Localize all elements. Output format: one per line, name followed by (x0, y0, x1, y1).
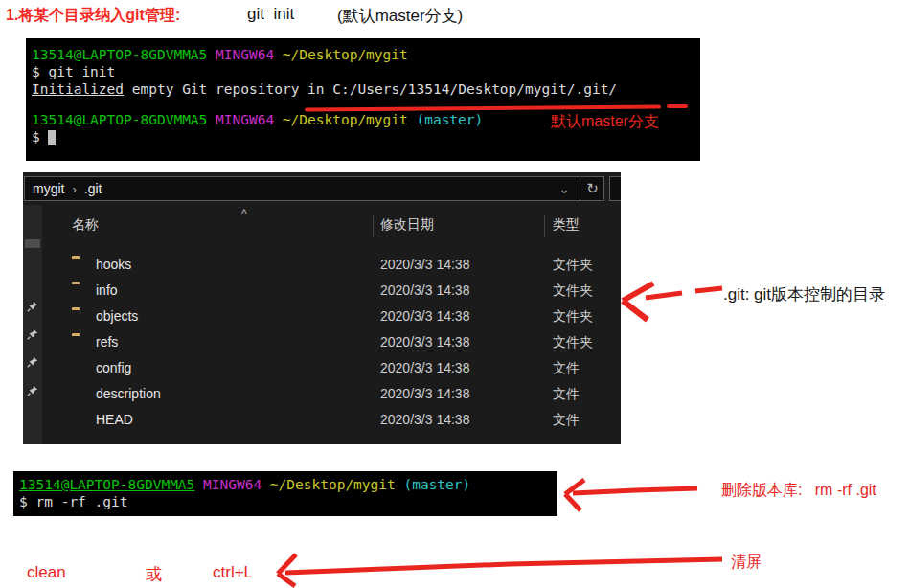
file-type: 文件 (553, 386, 580, 403)
file-type: 文件夹 (553, 334, 593, 351)
terminal-prompt-line: 13514@LAPTOP-8GDVMMA5MINGW64~/Desktop/my… (19, 476, 557, 493)
breadcrumb[interactable]: mygit › .git (25, 181, 558, 196)
annotation-clear-screen: 清屏 (731, 553, 762, 573)
file-name: HEAD (96, 412, 133, 427)
file-row-head[interactable]: HEAD 2020/3/3 14:38 文件 (42, 408, 621, 434)
file-name: config (96, 360, 131, 375)
file-icon (72, 388, 75, 405)
sort-caret-icon: ^ (241, 207, 247, 220)
file-date: 2020/3/3 14:38 (380, 386, 469, 401)
search-box-partial[interactable] (609, 176, 621, 201)
column-divider[interactable] (544, 215, 545, 237)
prompt-branch: (master) (403, 477, 470, 492)
red-arrow-left-icon (270, 548, 728, 588)
output-rest: empty Git repository in C:/Users/13514/D… (124, 81, 617, 97)
terminal-command-line: $ git init (32, 63, 700, 80)
file-icon (72, 362, 75, 379)
prompt-env: MINGW64 (203, 477, 262, 492)
red-arrow-left-icon (613, 276, 730, 324)
file-name: info (96, 283, 118, 298)
breadcrumb-segment-mygit[interactable]: mygit (33, 181, 64, 196)
column-header-name[interactable]: 名称 (72, 216, 99, 234)
annotation-clean: clean (27, 563, 66, 582)
prompt-char: $ (32, 129, 40, 145)
pin-icon[interactable] (27, 301, 38, 312)
breadcrumb-chevron-icon: › (72, 182, 76, 196)
quick-access-rail (23, 205, 42, 444)
prompt-user: 13514@LAPTOP-8GDVMMA5 (32, 112, 207, 127)
pin-icon[interactable] (27, 328, 38, 340)
scrollbar-thumb[interactable] (25, 239, 40, 248)
column-header-type[interactable]: 类型 (553, 216, 580, 234)
breadcrumb-segment-git[interactable]: .git (84, 181, 102, 196)
refresh-icon[interactable]: ↻ (580, 176, 604, 201)
file-name: refs (96, 334, 118, 350)
file-row-config[interactable]: config 2020/3/3 14:38 文件 (42, 356, 621, 382)
file-row-hooks[interactable]: hooks 2020/3/3 14:38 文件夹 (42, 253, 621, 279)
file-name: description (96, 386, 161, 401)
terminal-command-line: $ rm -rf .git (19, 493, 557, 510)
title-command: git init (247, 5, 294, 24)
annotation-default-master: 默认master分支 (551, 113, 659, 130)
annotation-delete-repo: 删除版本库: rm -rf .git (721, 481, 876, 501)
pin-icon[interactable] (27, 385, 38, 396)
annotation-ctrl-l: ctrl+L (213, 563, 253, 582)
file-row-info[interactable]: info 2020/3/3 14:38 文件夹 (42, 279, 621, 305)
prompt-user: 13514@LAPTOP-8GDVMMA5 (19, 477, 194, 492)
prompt-branch: (master) (416, 112, 483, 127)
file-date: 2020/3/3 14:38 (380, 283, 469, 298)
file-row-objects[interactable]: objects 2020/3/3 14:38 文件夹 (42, 305, 621, 330)
file-date: 2020/3/3 14:38 (380, 308, 469, 324)
file-type: 文件夹 (553, 308, 593, 326)
annotation-or: 或 (146, 563, 162, 585)
file-date: 2020/3/3 14:38 (380, 334, 469, 350)
prompt-env: MINGW64 (216, 112, 274, 127)
address-dropdown-icon[interactable]: ⌄ (558, 181, 570, 196)
pin-icon[interactable] (27, 356, 38, 368)
file-type: 文件 (553, 360, 580, 377)
git-bash-terminal-init[interactable]: 13514@LAPTOP-8GDVMMA5MINGW64~/Desktop/my… (26, 38, 700, 161)
file-row-description[interactable]: description 2020/3/3 14:38 文件 (42, 382, 621, 408)
git-bash-terminal-remove[interactable]: 13514@LAPTOP-8GDVMMA5MINGW64~/Desktop/my… (13, 471, 557, 516)
file-type: 文件夹 (553, 257, 593, 274)
prompt-path: ~/Desktop/mygit (270, 477, 396, 492)
prompt-path: ~/Desktop/mygit (283, 112, 408, 127)
file-icon (72, 414, 75, 431)
title-note: (默认master分支) (337, 5, 463, 27)
red-underline-mark-end (667, 104, 688, 108)
terminal-prompt-line: 13514@LAPTOP-8GDVMMA5MINGW64~/Desktop/my… (32, 46, 700, 63)
file-date: 2020/3/3 14:38 (380, 257, 469, 272)
address-bar[interactable]: mygit › .git ⌄ ↻ (24, 176, 604, 201)
terminal-output-line: Initialized empty Git repository in C:/U… (32, 80, 700, 98)
annotation-git-dir: .git: git版本控制的目录 (723, 283, 885, 305)
page: 1.将某个目录纳入git管理: git init (默认master分支) 13… (0, 0, 910, 588)
terminal-cursor (48, 130, 56, 145)
file-type: 文件夹 (553, 283, 593, 300)
output-initialized: Initialized (32, 81, 124, 97)
terminal-input-line[interactable]: $ (32, 128, 700, 146)
prompt-env: MINGW64 (216, 47, 274, 62)
red-arrow-left-icon (559, 476, 703, 516)
column-header-date[interactable]: 修改日期 (380, 216, 434, 234)
file-name: hooks (96, 257, 131, 272)
file-row-refs[interactable]: refs 2020/3/3 14:38 文件夹 (42, 330, 621, 356)
file-explorer-window: mygit › .git ⌄ ↻ 名称 ^ 修改日期 类型 hooks 2020… (23, 172, 621, 444)
file-date: 2020/3/3 14:38 (380, 412, 469, 427)
file-name: objects (96, 308, 138, 324)
column-divider[interactable] (373, 215, 374, 237)
page-title: 1.将某个目录纳入git管理: (6, 6, 180, 26)
file-type: 文件 (553, 412, 580, 429)
file-list: hooks 2020/3/3 14:38 文件夹 info 2020/3/3 1… (42, 253, 621, 434)
prompt-path: ~/Desktop/mygit (283, 47, 408, 62)
file-date: 2020/3/3 14:38 (380, 360, 469, 375)
prompt-user: 13514@LAPTOP-8GDVMMA5 (32, 47, 207, 62)
